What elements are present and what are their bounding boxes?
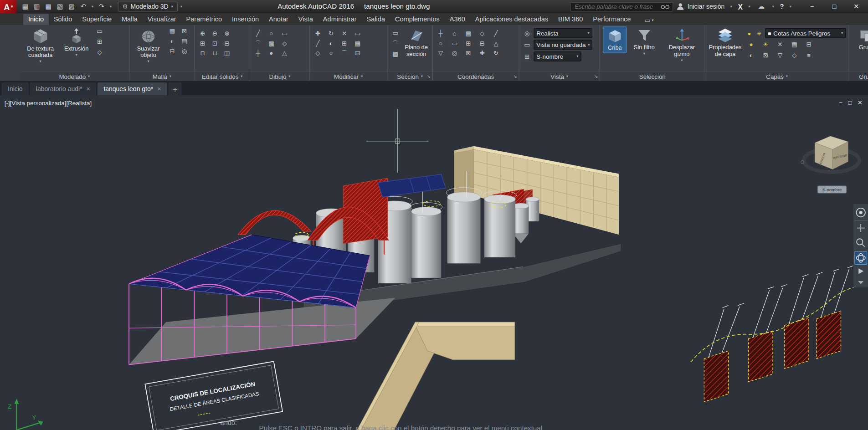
hatch-icon[interactable]: ▩ xyxy=(266,39,276,48)
section-line-icon[interactable]: ▭ xyxy=(390,28,401,38)
redo-dropdown-icon[interactable]: ▾ xyxy=(108,1,113,12)
new-drawing-tab-button[interactable]: + xyxy=(169,82,182,95)
trim-icon[interactable]: ╱ xyxy=(313,39,323,48)
ucs-zaxis-icon[interactable]: ╱ xyxy=(491,29,501,38)
layer-thaw-icon[interactable]: ☀ xyxy=(755,30,763,36)
panel-label-seccion[interactable]: Sección▾ ↘ xyxy=(387,72,432,81)
dialog-launcher-icon[interactable]: ↘ xyxy=(594,74,598,79)
panel-label-coordenadas[interactable]: Coordenadas ↘ xyxy=(433,72,519,81)
save-icon[interactable]: ▦ xyxy=(43,1,54,12)
intersect-icon[interactable]: ⊗ xyxy=(222,29,232,38)
viewcube-compass-letter[interactable]: O xyxy=(801,159,805,165)
culling-button[interactable]: Criba xyxy=(603,26,627,53)
union-icon[interactable]: ⊕ xyxy=(198,29,208,38)
stretch-icon[interactable]: ⌒ xyxy=(339,49,349,58)
explode-icon[interactable]: ▭ xyxy=(353,29,363,38)
layer-isolate-icon[interactable]: ✕ xyxy=(775,40,785,49)
sign-in-button[interactable]: Iniciar sesión xyxy=(688,3,725,10)
named-view-icon[interactable]: ▭ xyxy=(522,40,532,50)
fillet-icon[interactable]: ◐ xyxy=(326,39,336,48)
panel-label-seleccion[interactable]: Selección xyxy=(600,72,705,81)
tab-bim360[interactable]: BIM 360 xyxy=(553,14,588,25)
slice-icon[interactable]: ⊞ xyxy=(198,39,208,48)
arc-icon[interactable]: ⌒ xyxy=(253,39,263,48)
search-binoculars-icon[interactable] xyxy=(661,4,669,10)
ucs-move-icon[interactable]: ✚ xyxy=(477,49,487,58)
close-tab-icon[interactable]: ✕ xyxy=(86,86,90,92)
viewport-name-chip[interactable]: S-nombre xyxy=(817,186,846,193)
join-icon[interactable]: ⊟ xyxy=(353,49,363,58)
array-icon[interactable]: ⊞ xyxy=(339,39,349,48)
gizmo-button[interactable]: Desplazar gizmo ▾ xyxy=(662,26,702,63)
orbit-icon[interactable] xyxy=(855,251,867,265)
open-file-icon[interactable]: ▥ xyxy=(31,1,42,12)
mesh-crease-icon[interactable]: ⊠ xyxy=(180,26,190,36)
ucs-z-icon[interactable]: △ xyxy=(491,39,501,48)
ucs-y-icon[interactable]: ⊟ xyxy=(477,39,487,48)
subtract-icon[interactable]: ⊖ xyxy=(210,29,220,38)
viewport-maximize-icon[interactable]: □ xyxy=(848,99,852,106)
mesh-smooth-less-icon[interactable]: ▤ xyxy=(180,36,190,46)
xline-icon[interactable]: ┼ xyxy=(253,49,263,58)
search-input[interactable] xyxy=(573,3,658,10)
layer-merge-icon[interactable]: ⊠ xyxy=(760,51,770,61)
app-menu-button[interactable]: A ▾ xyxy=(0,0,16,13)
rotate-icon[interactable]: ↻ xyxy=(326,29,336,38)
filter-button[interactable]: Sin filtro ▾ xyxy=(630,26,659,56)
ucs-view-icon[interactable]: ▤ xyxy=(463,29,473,38)
layer-walk-icon[interactable]: ◐ xyxy=(746,51,756,61)
group-button[interactable]: Grupo xyxy=(852,26,868,52)
ucs-object-icon[interactable]: ◇ xyxy=(477,29,487,38)
tab-complementos[interactable]: Complementos xyxy=(390,14,445,25)
ucs-named-icon[interactable]: ▽ xyxy=(436,49,446,58)
layer-lock-icon[interactable]: ⊟ xyxy=(804,40,814,49)
panel-label-editar-solidos[interactable]: Editar sólidos▾ xyxy=(195,72,250,81)
offset-icon[interactable]: ▤ xyxy=(353,39,363,48)
polygon-icon[interactable]: ◇ xyxy=(280,39,290,48)
close-button[interactable]: ✕ xyxy=(850,3,863,10)
help-dropdown-icon[interactable]: ▾ xyxy=(788,1,793,12)
sweep-icon[interactable]: ◇ xyxy=(95,47,105,57)
line-icon[interactable]: ╱ xyxy=(253,29,263,38)
layer-freeze-icon[interactable]: ☀ xyxy=(760,40,770,49)
tab-insercion[interactable]: Inserción xyxy=(227,14,264,25)
sign-in-dropdown-icon[interactable]: ▾ xyxy=(729,1,734,12)
maximize-button[interactable]: □ xyxy=(828,3,841,10)
tab-administrar[interactable]: Administrar xyxy=(318,14,362,25)
box-primitive-button[interactable]: De textura cuadrada ▾ xyxy=(23,26,58,64)
section-boundary-icon[interactable]: ⌒ xyxy=(390,39,401,48)
layer-properties-button[interactable]: Propiedades de capa xyxy=(708,26,742,58)
panel-label-modelado[interactable]: Modelado▾ xyxy=(20,72,129,81)
tab-aplicaciones-destacadas[interactable]: Aplicaciones destacadas xyxy=(470,14,553,25)
panel-label-vista[interactable]: Vista▾ ↘ xyxy=(519,72,600,81)
viewport-close-icon[interactable]: ✕ xyxy=(858,99,863,106)
interfere-icon[interactable]: ⊟ xyxy=(222,39,232,48)
drawing-viewport[interactable]: [-][Vista personalizada][Realista] − □ ✕ xyxy=(0,95,868,430)
section-volume-icon[interactable]: ▩ xyxy=(390,49,401,59)
smooth-object-button[interactable]: Suavizar objeto ▾ xyxy=(132,26,164,64)
navigation-bar[interactable] xyxy=(853,204,868,288)
qat-customize-icon[interactable]: ▾ xyxy=(179,1,184,12)
mesh-refine-icon[interactable]: ▦ xyxy=(167,26,177,36)
dialog-launcher-icon[interactable]: ↘ xyxy=(514,74,517,79)
viewcube[interactable]: O INFERIOR DERECHA xyxy=(801,136,859,172)
ribbon-collapse-button[interactable]: ▭ ▾ xyxy=(642,15,657,25)
workspace-switcher[interactable]: ⚙ Modelado 3D ▾ xyxy=(118,2,178,12)
undo-icon[interactable]: ↶ xyxy=(78,1,88,12)
named-view-select[interactable]: Vista no guardada▾ xyxy=(534,40,592,50)
visual-style-icon[interactable]: ◎ xyxy=(522,29,532,38)
extrusion-button[interactable]: Extrusión ▾ xyxy=(61,26,92,58)
tab-salida[interactable]: Salida xyxy=(362,14,390,25)
scale-icon[interactable]: ○ xyxy=(326,49,336,58)
print-icon[interactable]: ▨ xyxy=(67,1,77,12)
new-file-icon[interactable]: ▤ xyxy=(20,1,31,12)
connect-cloud-icon[interactable]: ☁ xyxy=(756,1,766,12)
tab-performance[interactable]: Performance xyxy=(588,14,636,25)
move-icon[interactable]: ✚ xyxy=(313,29,323,38)
help-icon[interactable]: ? xyxy=(780,3,784,10)
tab-superficie[interactable]: Superficie xyxy=(77,14,117,25)
layer-color-swatch[interactable]: ■ xyxy=(768,30,771,36)
circle-icon[interactable]: ○ xyxy=(266,29,276,38)
ucs-3point-icon[interactable]: ▭ xyxy=(450,39,460,48)
presspull-icon[interactable]: ⊞ xyxy=(95,37,105,46)
